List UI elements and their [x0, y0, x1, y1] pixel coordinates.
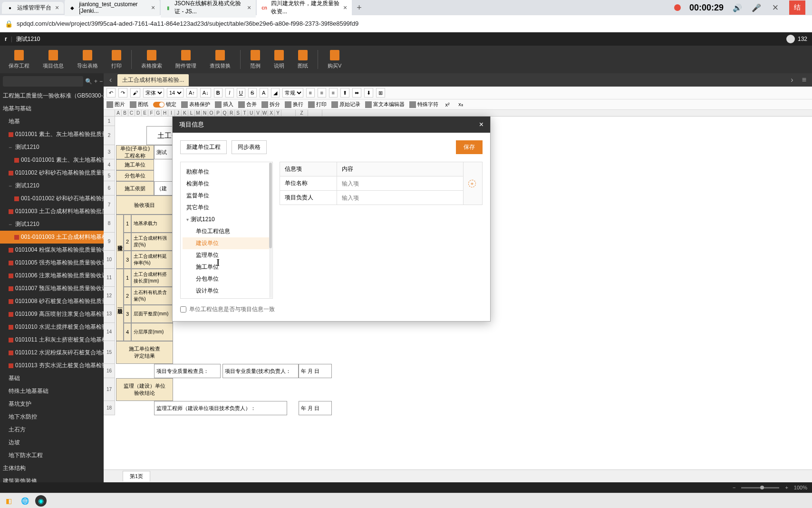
sidebar-item[interactable]: 0101002 砂和砂石地基检验批质量验收记录: [0, 166, 104, 179]
document-tab[interactable]: 土工合成材料地基检验...: [117, 74, 189, 86]
expand-icon[interactable]: ▾: [186, 217, 189, 222]
sync-table-button[interactable]: 同步表格: [232, 140, 267, 154]
sidebar-item[interactable]: 0101010 水泥土搅拌桩复合地基检验批质量验...: [0, 321, 104, 333]
new-tab-button[interactable]: +: [353, 3, 366, 13]
sidebar-item[interactable]: 地下水防控: [0, 410, 104, 423]
col-header[interactable]: [281, 110, 296, 116]
tree-item[interactable]: ▾测试1210: [183, 214, 271, 225]
redo-button[interactable]: ↷: [118, 88, 127, 98]
tree-item[interactable]: 监理单位: [183, 249, 271, 261]
browser-tab-3[interactable]: cn四川建龙软件，建龙质量验收资...×: [257, 0, 352, 18]
edtb2-表格保护[interactable]: 表格保护: [181, 101, 210, 108]
row-header[interactable]: 1: [104, 117, 115, 126]
edtb2-图纸[interactable]: 图纸: [130, 101, 148, 108]
sidebar-item[interactable]: 0101004 粉煤灰地基检验批质量验收记录: [0, 244, 104, 256]
sidebar-item[interactable]: 基础: [0, 372, 104, 385]
edtb2-打印[interactable]: 打印: [308, 101, 327, 108]
sidebar-item[interactable]: 0101011 土和灰土挤密桩复合地基检验批质量...: [0, 333, 104, 346]
col-header[interactable]: E: [142, 110, 148, 116]
align-right-button[interactable]: ≡: [329, 88, 338, 98]
nav-back-icon[interactable]: ‹: [106, 76, 115, 84]
tree-item[interactable]: 单位工程信息: [183, 225, 271, 237]
valign-mid-button[interactable]: ⬌: [352, 88, 361, 98]
nav-fwd-icon[interactable]: ›: [788, 76, 796, 84]
cell[interactable]: 2: [124, 287, 131, 305]
unit-name-input[interactable]: [342, 180, 458, 187]
zoom-out-button[interactable]: −: [731, 485, 737, 490]
align-center-button[interactable]: ≡: [318, 88, 326, 98]
cell[interactable]: 测试: [154, 145, 173, 159]
search-icon[interactable]: 🔍: [85, 76, 92, 87]
toolbar-保存工程[interactable]: 保存工程: [2, 48, 36, 71]
cell[interactable]: 土工合成材料延伸率(%): [131, 251, 173, 269]
row-header[interactable]: 12: [104, 287, 115, 305]
font-color-button[interactable]: A: [260, 88, 268, 98]
cell[interactable]: 2: [124, 233, 131, 251]
sidebar-item[interactable]: 001-0101003 土工合成材料地基检验批...: [0, 231, 104, 244]
toolbar-范例[interactable]: 范例: [243, 48, 267, 71]
cell[interactable]: 1: [124, 269, 131, 287]
sync-info-checkbox-label[interactable]: 单位工程信息是否与项目信息一致: [180, 305, 483, 313]
url-text[interactable]: spdqd.com/cb/view/project/39f95ca4-aded-…: [17, 20, 358, 27]
tree-item[interactable]: 设计单位: [183, 285, 271, 297]
add-icon[interactable]: +: [94, 76, 97, 87]
toolbar-打印[interactable]: 打印: [105, 48, 128, 71]
decrease-font-button[interactable]: A↓: [200, 88, 211, 98]
cell[interactable]: 层面平整度(mm): [131, 305, 173, 323]
col-header[interactable]: G: [155, 110, 162, 116]
sidebar-item[interactable]: −测试1210: [0, 218, 104, 231]
row-header[interactable]: 14: [104, 323, 115, 341]
col-header[interactable]: F: [148, 110, 155, 116]
chrome-icon[interactable]: 🌐: [19, 495, 30, 507]
sidebar-item[interactable]: 0101008 砂石桩复合地基检验批质量验收记录: [0, 295, 104, 308]
cell[interactable]: 分包单位: [116, 170, 154, 181]
sidebar-item[interactable]: 边坡: [0, 436, 104, 449]
sidebar-item[interactable]: 0101006 注浆地基检验批质量验收记录: [0, 269, 104, 282]
tree-item[interactable]: 其它单位: [183, 202, 271, 214]
cell[interactable]: 监理工程师（建设单位项目技术负责人）：: [154, 401, 287, 415]
add-icon[interactable]: +: [468, 180, 476, 187]
col-header[interactable]: Z: [296, 110, 308, 116]
close-icon[interactable]: ×: [343, 4, 347, 11]
row-header[interactable]: 8: [104, 215, 115, 233]
remove-icon[interactable]: −: [99, 76, 103, 87]
col-header[interactable]: P: [215, 110, 222, 116]
sync-info-checkbox[interactable]: [180, 306, 186, 313]
browser-tab-0[interactable]: ●运维管理平台×: [2, 2, 64, 14]
cell[interactable]: 土工合成材料搭接长度(mm): [131, 269, 173, 287]
col-header[interactable]: Q: [222, 110, 228, 116]
edtb2-换行[interactable]: 换行: [285, 101, 303, 108]
row-header[interactable]: 16: [104, 364, 115, 378]
sheet-tab[interactable]: 第1页: [123, 471, 150, 481]
fill-color-button[interactable]: ◢: [271, 88, 280, 98]
sidebar-item[interactable]: −测试1210: [0, 179, 104, 192]
save-button[interactable]: 保存: [456, 140, 483, 154]
sidebar-item[interactable]: 地基与基础: [0, 102, 104, 115]
zoom-in-button[interactable]: +: [783, 485, 790, 490]
borders-button[interactable]: ⊞: [376, 88, 385, 98]
row-header[interactable]: 7: [104, 195, 115, 215]
col-header[interactable]: A: [115, 110, 122, 116]
edtb2-插入[interactable]: 插入: [215, 101, 233, 108]
sidebar-item[interactable]: 特殊土地基基础: [0, 385, 104, 398]
row-header[interactable]: 9: [104, 233, 115, 251]
toolbar-图纸[interactable]: 图纸: [291, 48, 315, 71]
mic-icon[interactable]: 🎤: [751, 2, 762, 13]
close-icon[interactable]: ×: [247, 4, 251, 11]
taskbar-app-1-icon[interactable]: ◧: [3, 495, 14, 507]
font-family-select[interactable]: 宋体: [143, 88, 164, 98]
edtb2-锁定[interactable]: 锁定: [153, 101, 176, 108]
toolbar-导出表格[interactable]: 导出表格: [70, 48, 105, 71]
toolbar-表格搜索[interactable]: 表格搜索: [135, 48, 169, 71]
sidebar-item[interactable]: 0101007 预压地基检验批质量验收记录: [0, 282, 104, 295]
format-painter-button[interactable]: 🖌: [130, 88, 140, 98]
cell[interactable]: 主控项目: [116, 215, 124, 269]
col-header[interactable]: [104, 110, 115, 116]
sidebar-item[interactable]: 建筑装饰装修: [0, 475, 104, 482]
valign-top-button[interactable]: ⬆: [340, 88, 349, 98]
cell[interactable]: （建: [154, 181, 173, 195]
sidebar-item[interactable]: 基坑支护: [0, 398, 104, 410]
toolbar-查找替换[interactable]: 查找替换: [203, 48, 237, 71]
sidebar-item[interactable]: 主体结构: [0, 462, 104, 475]
edtb2-原始记录[interactable]: 原始记录: [331, 101, 360, 108]
